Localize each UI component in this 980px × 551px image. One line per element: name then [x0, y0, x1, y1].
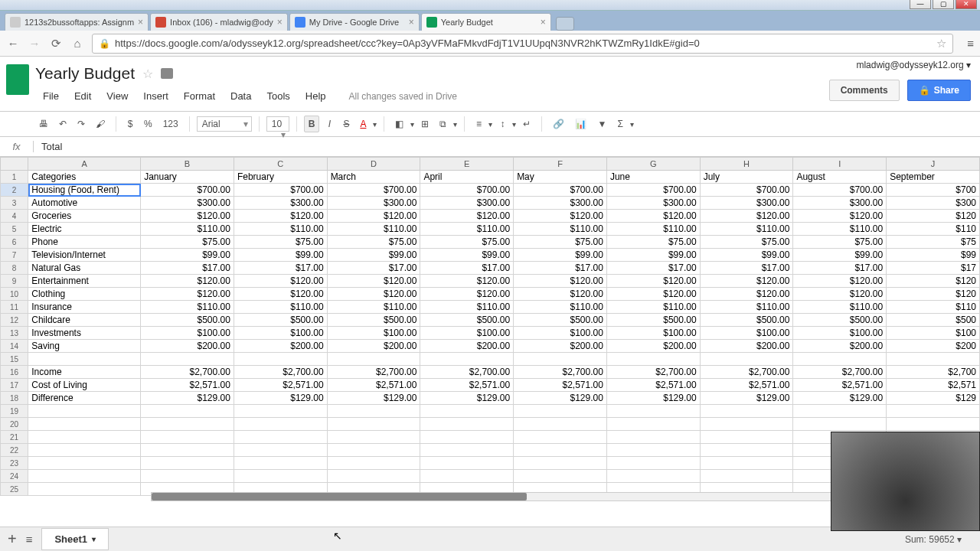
redo-icon[interactable]: ↷ [74, 116, 89, 132]
row-header[interactable]: 3 [1, 197, 28, 210]
cell[interactable]: $2,700.00 [700, 366, 793, 379]
sheets-logo-icon[interactable] [6, 64, 29, 95]
cell[interactable] [141, 405, 234, 418]
cell[interactable]: $129.00 [793, 392, 887, 405]
cell[interactable]: $120.00 [420, 275, 514, 288]
cell[interactable] [606, 353, 700, 366]
cell[interactable]: $700.00 [141, 184, 234, 197]
cell[interactable]: $200 [887, 340, 980, 353]
italic-button[interactable]: I [322, 116, 336, 132]
cell[interactable]: January [141, 171, 234, 184]
fill-color-icon[interactable]: ◧ [391, 116, 407, 132]
menu-icon[interactable]: ≡ [967, 37, 974, 50]
cell[interactable]: $100.00 [514, 327, 607, 340]
cell[interactable]: $700.00 [700, 184, 793, 197]
col-header[interactable]: H [700, 158, 793, 171]
cell[interactable]: Clothing [28, 288, 141, 301]
col-header[interactable]: F [514, 158, 607, 171]
cell[interactable]: $300.00 [606, 197, 700, 210]
cell[interactable]: $100.00 [141, 327, 234, 340]
cell[interactable]: March [327, 171, 420, 184]
row-header[interactable]: 5 [1, 223, 28, 236]
cell[interactable] [28, 405, 141, 418]
cell[interactable] [606, 444, 700, 457]
add-sheet-button[interactable]: + [8, 530, 17, 548]
undo-icon[interactable]: ↶ [55, 116, 70, 132]
user-email[interactable]: mladwig@odysseyk12.org ▾ [856, 60, 971, 70]
cell[interactable]: $17.00 [420, 262, 514, 275]
row-header[interactable]: 2 [1, 184, 28, 197]
cell[interactable] [606, 431, 700, 444]
cell[interactable] [700, 353, 793, 366]
cell[interactable] [141, 457, 234, 470]
cell[interactable]: $100.00 [606, 327, 700, 340]
cell[interactable]: $120 [887, 210, 980, 223]
browser-tab-1[interactable]: Inbox (106) - mladwig@ody × [150, 13, 288, 31]
cell[interactable]: $129.00 [141, 392, 234, 405]
cell[interactable]: Electric [28, 223, 141, 236]
cell[interactable]: Difference [28, 392, 141, 405]
row-header[interactable]: 13 [1, 327, 28, 340]
cell[interactable]: $75.00 [700, 236, 793, 249]
cell[interactable] [141, 470, 234, 483]
cell[interactable]: $17.00 [141, 262, 234, 275]
tab-close-icon[interactable]: × [409, 17, 414, 28]
corner-cell[interactable] [1, 158, 28, 171]
cell[interactable] [887, 418, 980, 431]
cell[interactable]: $75.00 [420, 236, 514, 249]
cell[interactable]: $2,571.00 [793, 379, 887, 392]
cell[interactable] [234, 457, 327, 470]
font-select[interactable]: Arial [197, 116, 252, 132]
cell[interactable]: $120.00 [606, 275, 700, 288]
menu-file[interactable]: File [35, 87, 67, 105]
cell[interactable]: $110.00 [234, 301, 327, 314]
browser-tab-3[interactable]: Yearly Budget × [421, 13, 551, 31]
cell[interactable] [420, 444, 514, 457]
row-header[interactable]: 7 [1, 249, 28, 262]
row-header[interactable]: 16 [1, 366, 28, 379]
cell[interactable]: $120.00 [141, 288, 234, 301]
cell[interactable]: $2,700.00 [514, 366, 607, 379]
row-header[interactable]: 18 [1, 392, 28, 405]
cell[interactable] [28, 457, 141, 470]
cell[interactable]: $120.00 [606, 210, 700, 223]
cell[interactable]: Television/Internet [28, 249, 141, 262]
cell[interactable]: $200.00 [234, 340, 327, 353]
cell[interactable] [234, 418, 327, 431]
cell[interactable]: $110.00 [141, 301, 234, 314]
cell[interactable]: $2,571.00 [514, 379, 607, 392]
cell[interactable]: $200.00 [793, 340, 887, 353]
cell[interactable]: $500 [887, 314, 980, 327]
menu-insert[interactable]: Insert [136, 87, 176, 105]
cell[interactable]: $2,571.00 [700, 379, 793, 392]
cell[interactable]: $2,571.00 [234, 379, 327, 392]
row-header[interactable]: 14 [1, 340, 28, 353]
scroll-thumb[interactable] [152, 493, 527, 500]
row-header[interactable]: 20 [1, 418, 28, 431]
cell[interactable]: $500.00 [141, 314, 234, 327]
cell[interactable]: $120.00 [327, 210, 420, 223]
cell[interactable]: $110.00 [606, 223, 700, 236]
comments-button[interactable]: Comments [829, 80, 900, 101]
cell[interactable]: $300.00 [141, 197, 234, 210]
cell[interactable]: $120.00 [327, 288, 420, 301]
cell[interactable]: $129.00 [327, 392, 420, 405]
cell[interactable]: $75.00 [514, 236, 607, 249]
cell[interactable]: $120.00 [141, 210, 234, 223]
doc-title[interactable]: Yearly Budget [35, 64, 135, 83]
row-header[interactable]: 11 [1, 301, 28, 314]
cell[interactable]: $300.00 [700, 197, 793, 210]
cell[interactable]: $300 [887, 197, 980, 210]
cell[interactable] [514, 418, 607, 431]
cell[interactable]: $500.00 [234, 314, 327, 327]
browser-tab-2[interactable]: My Drive - Google Drive × [289, 13, 420, 31]
cell[interactable] [887, 353, 980, 366]
cell[interactable]: August [793, 171, 887, 184]
col-header[interactable]: G [606, 158, 700, 171]
browser-tab-0[interactable]: 1213s2bussoftapps: Assignm × [5, 13, 149, 31]
cell[interactable]: $110.00 [700, 223, 793, 236]
cell[interactable]: $200.00 [327, 340, 420, 353]
cell[interactable]: $2,700.00 [606, 366, 700, 379]
cell[interactable]: $2,700.00 [327, 366, 420, 379]
cell[interactable] [234, 444, 327, 457]
